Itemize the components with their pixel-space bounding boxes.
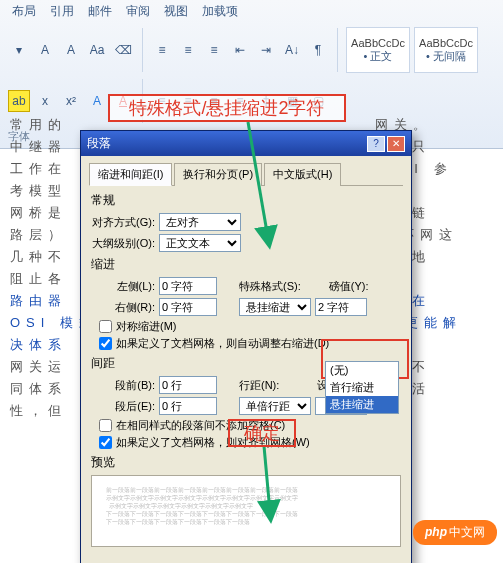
show-marks-icon[interactable]: ¶	[307, 39, 329, 61]
decrease-indent-icon[interactable]: ⇤	[229, 39, 251, 61]
multilevel-icon[interactable]: ≡	[203, 39, 225, 61]
auto-adjust-right-checkbox[interactable]	[99, 337, 112, 350]
by-label: 磅值(Y):	[329, 279, 369, 294]
annotation-special-format: 特殊格式/悬挂缩进2字符	[108, 94, 346, 122]
style-normal[interactable]: AaBbCcDc • 正文	[346, 27, 410, 73]
alignment-label: 对齐方式(G):	[89, 215, 155, 230]
change-case-icon[interactable]: Aa	[86, 39, 108, 61]
after-label: 段后(E):	[89, 399, 155, 414]
no-space-same-style-checkbox[interactable]	[99, 419, 112, 432]
before-label: 段前(B):	[89, 378, 155, 393]
linespacing-select[interactable]: 单倍行距	[239, 397, 311, 415]
tab-asian-typography[interactable]: 中文版式(H)	[264, 163, 341, 186]
alignment-select[interactable]: 左对齐	[159, 213, 241, 231]
left-indent-label: 左侧(L):	[89, 279, 155, 294]
style-nospacing[interactable]: AaBbCcDc • 无间隔	[414, 27, 478, 73]
grow-font-icon[interactable]: A	[34, 39, 56, 61]
ribbon-tabs: 布局 引用 邮件 审阅 视图 加载项	[0, 0, 503, 23]
sort-icon[interactable]: A↓	[281, 39, 303, 61]
right-indent-label: 右侧(R):	[89, 300, 155, 315]
by-value-input[interactable]	[315, 298, 367, 316]
special-format-select[interactable]: 悬挂缩进	[239, 298, 311, 316]
dialog-title: 段落	[87, 135, 111, 152]
section-general: 常规	[91, 192, 403, 209]
left-indent-input[interactable]	[159, 277, 217, 295]
preview-pane: 前一段落前一段落前一段落前一段落前一段落前一段落前一段落前一段落 示例文字示例文…	[91, 475, 401, 547]
paragraph-dialog: 段落 ? ✕ 缩进和间距(I) 换行和分页(P) 中文版式(H) 常规 对齐方式…	[80, 130, 412, 563]
dialog-tabs: 缩进和间距(I) 换行和分页(P) 中文版式(H)	[89, 162, 403, 186]
dialog-titlebar[interactable]: 段落 ? ✕	[81, 131, 411, 156]
ribbon-tab[interactable]: 审阅	[126, 3, 150, 20]
annotation-ok: 确定	[228, 419, 296, 447]
before-input[interactable]	[159, 376, 217, 394]
ribbon-tab[interactable]: 引用	[50, 3, 74, 20]
linespacing-label: 行距(N):	[239, 378, 279, 393]
font-size-dropdown[interactable]: ▾	[8, 39, 30, 61]
ribbon-tab[interactable]: 视图	[164, 3, 188, 20]
special-option-hanging[interactable]: 悬挂缩进	[326, 396, 398, 413]
tab-indent-spacing[interactable]: 缩进和间距(I)	[89, 163, 172, 186]
outline-label: 大纲级别(O):	[89, 236, 155, 251]
special-option-firstline[interactable]: 首行缩进	[326, 379, 398, 396]
clear-format-icon[interactable]: ⌫	[112, 39, 134, 61]
after-input[interactable]	[159, 397, 217, 415]
help-button[interactable]: ?	[367, 136, 385, 152]
bullets-icon[interactable]: ≡	[151, 39, 173, 61]
ribbon-tab[interactable]: 布局	[12, 3, 36, 20]
mirror-indent-checkbox[interactable]	[99, 320, 112, 333]
ribbon-tab[interactable]: 加载项	[202, 3, 238, 20]
outline-select[interactable]: 正文文本	[159, 234, 241, 252]
ribbon-tab[interactable]: 邮件	[88, 3, 112, 20]
watermark: 中文网	[413, 520, 497, 545]
numbering-icon[interactable]: ≡	[177, 39, 199, 61]
special-option-none[interactable]: (无)	[326, 362, 398, 379]
shrink-font-icon[interactable]: A	[60, 39, 82, 61]
special-format-dropdown-list: (无) 首行缩进 悬挂缩进	[325, 361, 399, 414]
special-label: 特殊格式(S):	[239, 279, 301, 294]
right-indent-input[interactable]	[159, 298, 217, 316]
close-button[interactable]: ✕	[387, 136, 405, 152]
ribbon-toolbar: ▾ A A Aa ⌫ ≡ ≡ ≡ ⇤ ⇥ A↓ ¶ AaBbCcDc • 正文 …	[0, 23, 503, 79]
section-indent: 缩进	[91, 256, 403, 273]
increase-indent-icon[interactable]: ⇥	[255, 39, 277, 61]
section-preview: 预览	[91, 454, 403, 471]
snap-to-grid-checkbox[interactable]	[99, 436, 112, 449]
tab-line-page-breaks[interactable]: 换行和分页(P)	[174, 163, 262, 186]
